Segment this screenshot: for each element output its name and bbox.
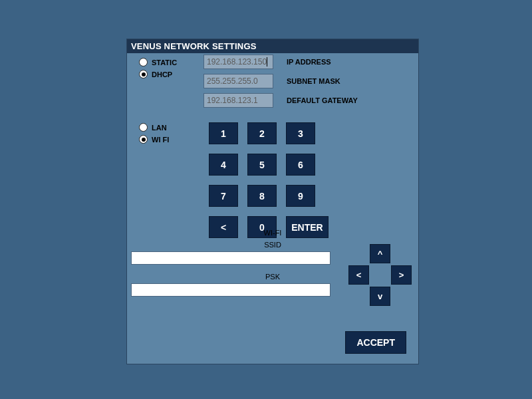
- key-7[interactable]: 7: [209, 185, 238, 207]
- key-5[interactable]: 5: [247, 154, 277, 176]
- radio-icon: [139, 58, 148, 66]
- radio-dhcp[interactable]: DHCP: [139, 70, 177, 78]
- conn-radio-group: LAN WI FI: [139, 123, 169, 147]
- gateway-field[interactable]: 192.168.123.1: [203, 93, 273, 108]
- gateway-row: 192.168.123.1 DEFAULT GATEWAY: [203, 93, 358, 108]
- ssid-input[interactable]: [131, 251, 331, 265]
- psk-label: PSK: [173, 273, 372, 281]
- gateway-label: DEFAULT GATEWAY: [287, 96, 358, 104]
- accept-button[interactable]: ACCEPT: [345, 331, 406, 354]
- mask-label: SUBNET MASK: [287, 77, 340, 85]
- radio-label: WI FI: [152, 136, 169, 144]
- dpad-up[interactable]: ^: [370, 244, 390, 263]
- wifi-title: WI-FI: [173, 229, 372, 237]
- key-4[interactable]: 4: [209, 154, 238, 176]
- ip-row: 192.168.123.150 IP ADDRESS: [203, 55, 331, 69]
- radio-icon: [139, 70, 148, 78]
- radio-label: DHCP: [152, 70, 172, 78]
- ip-address-field[interactable]: 192.168.123.150: [203, 55, 273, 69]
- radio-lan[interactable]: LAN: [139, 123, 169, 132]
- panel-title: VENUS NETWORK SETTINGS: [127, 39, 418, 53]
- radio-icon: [139, 123, 148, 132]
- key-2[interactable]: 2: [247, 122, 277, 144]
- mask-row: 255.255.255.0 SUBNET MASK: [203, 74, 340, 88]
- radio-static[interactable]: STATIC: [139, 58, 177, 66]
- ssid-label: SSID: [173, 241, 372, 249]
- numeric-keypad: 1 2 3 4 5 6 7 8 9 < 0 ENTER: [209, 122, 315, 238]
- dpad-down[interactable]: v: [370, 287, 390, 306]
- radio-icon: [139, 135, 148, 144]
- mode-radio-group: STATIC DHCP: [139, 58, 177, 82]
- ip-label: IP ADDRESS: [287, 58, 331, 66]
- psk-input[interactable]: [131, 283, 331, 297]
- settings-panel: VENUS NETWORK SETTINGS STATIC DHCP LAN W…: [126, 39, 419, 364]
- subnet-mask-field[interactable]: 255.255.255.0: [203, 74, 273, 88]
- key-8[interactable]: 8: [247, 185, 277, 207]
- mask-value: 255.255.255.0: [207, 76, 258, 86]
- radio-label: LAN: [152, 124, 167, 132]
- key-1[interactable]: 1: [209, 122, 238, 144]
- dpad-right[interactable]: >: [391, 265, 412, 285]
- key-3[interactable]: 3: [286, 122, 315, 144]
- radio-wifi[interactable]: WI FI: [139, 135, 169, 144]
- ip-value: 192.168.123.150: [207, 57, 267, 66]
- text-cursor: [267, 57, 267, 66]
- radio-label: STATIC: [152, 59, 177, 66]
- gateway-value: 192.168.123.1: [207, 96, 258, 105]
- dpad-left[interactable]: <: [348, 265, 369, 285]
- key-6[interactable]: 6: [286, 154, 315, 176]
- dpad: ^ < > v: [348, 244, 412, 307]
- key-9[interactable]: 9: [286, 185, 315, 207]
